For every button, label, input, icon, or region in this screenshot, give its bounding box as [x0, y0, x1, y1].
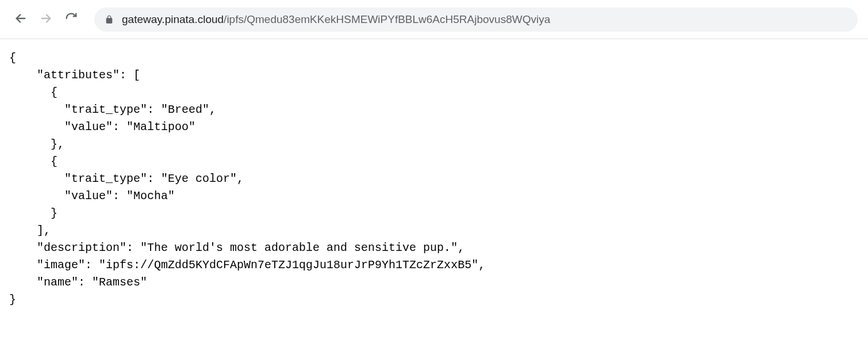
json-line: "name": "Ramses": [9, 276, 147, 289]
url-domain: gateway.pinata.cloud: [122, 13, 224, 25]
json-line: ],: [9, 224, 51, 237]
json-line: }: [9, 293, 16, 306]
address-bar[interactable]: gateway.pinata.cloud/ipfs/Qmedu83emKKekH…: [94, 7, 858, 32]
arrow-left-icon: [14, 12, 27, 27]
json-line: {: [9, 86, 57, 99]
json-line: "image": "ipfs://QmZdd5KYdCFApWn7eTZJ1qg…: [9, 258, 485, 272]
reload-button[interactable]: [61, 9, 82, 30]
json-line: "value": "Maltipoo": [9, 120, 195, 134]
lock-icon: [105, 15, 114, 24]
json-line: },: [9, 138, 64, 151]
json-content: { "attributes": [ { "trait_type": "Breed…: [0, 39, 868, 319]
json-line: "trait_type": "Eye color",: [9, 172, 244, 185]
arrow-right-icon: [40, 12, 52, 27]
json-line: "value": "Mocha": [9, 189, 175, 203]
json-line: "attributes": [: [9, 68, 140, 82]
browser-toolbar: gateway.pinata.cloud/ipfs/Qmedu83emKKekH…: [0, 0, 868, 39]
json-line: }: [9, 207, 57, 220]
url-text: gateway.pinata.cloud/ipfs/Qmedu83emKKekH…: [122, 13, 550, 26]
reload-icon: [65, 12, 78, 27]
url-path: /ipfs/Qmedu83emKKekHSMEWiPYfBBLw6AcH5RAj…: [224, 13, 550, 25]
json-line: {: [9, 51, 16, 64]
json-line: {: [9, 155, 57, 168]
forward-button[interactable]: [36, 9, 56, 30]
back-button[interactable]: [10, 9, 31, 30]
json-line: "trait_type": "Breed",: [9, 103, 216, 116]
json-line: "description": "The world's most adorabl…: [9, 241, 464, 254]
